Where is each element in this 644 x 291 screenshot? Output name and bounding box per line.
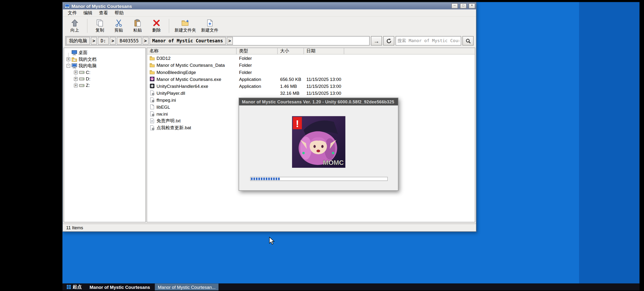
toolbar: 向上复制剪贴粘贴删除新建文件夹新建文件 (63, 17, 476, 35)
toolbar-new-file-button[interactable]: 新建文件 (198, 18, 221, 34)
file-type-cell: Folder (236, 70, 278, 75)
breadcrumb-segment-1[interactable]: D: (98, 37, 109, 45)
breadcrumb-segment-2[interactable]: B403555 (117, 37, 141, 45)
ini-icon (150, 97, 155, 102)
file-row[interactable]: UnityCrashHandler64.exeApplication1.46 M… (147, 83, 475, 89)
tree-item-label: 桌面 (78, 49, 88, 56)
tree-item-drive-d[interactable]: +D: (64, 75, 145, 82)
tree-expander[interactable]: + (66, 57, 70, 61)
breadcrumb-chevron[interactable]: > (110, 37, 116, 45)
txt-icon (150, 118, 155, 123)
tree-item-computer[interactable]: -我的电脑 (64, 62, 145, 69)
tree-item-drive-c[interactable]: +C: (64, 69, 145, 75)
drive-icon (79, 70, 84, 75)
search-box (396, 36, 461, 45)
breadcrumb-chevron[interactable]: > (227, 37, 233, 45)
file-row[interactable]: MonoBleedingEdgeFolder (147, 68, 475, 75)
file-row[interactable]: Manor of Mystic Courtesans_DataFolder (147, 61, 475, 68)
window-app-icon (64, 3, 70, 8)
menu-item-0[interactable]: 文件 (64, 10, 80, 16)
toolbar-button-label: 向上 (70, 27, 79, 33)
progress-segment (251, 178, 252, 180)
tree-item-label: D: (86, 76, 90, 81)
file-name-cell: Manor of Mystic Courtesans_Data (147, 62, 237, 68)
toolbar-cut-button[interactable]: 剪贴 (109, 18, 128, 34)
tree-item-label: Z: (86, 83, 90, 88)
tree-expander[interactable]: - (66, 64, 70, 67)
minimize-button[interactable]: ─ (452, 3, 458, 8)
dll-icon (150, 90, 155, 95)
file-list-header: 名称类型大小日期 (147, 48, 475, 54)
progress-segment (276, 178, 277, 180)
progress-segment (268, 178, 270, 180)
taskbar-item-1[interactable]: Manor of Mystic Courtesans (87, 284, 153, 291)
file-row[interactable]: UnityPlayer.dll32.16 MB11/15/2025 13:00 (147, 89, 475, 96)
file-name: UnityPlayer.dll (156, 90, 185, 95)
progress-segment (273, 178, 275, 180)
taskbar: 起点Manor of Mystic CourtesansManor of Mys… (62, 284, 640, 291)
menu-item-1[interactable]: 编辑 (80, 10, 96, 16)
menu-item-2[interactable]: 查看 (96, 10, 111, 16)
breadcrumb-chevron[interactable]: > (91, 37, 97, 45)
file-type-cell: Application (236, 83, 278, 88)
file-row[interactable]: D3D12Folder (147, 54, 475, 61)
search-button[interactable] (462, 36, 474, 45)
column-header-0[interactable]: 名称 (147, 48, 237, 54)
file-name: MonoBleedingEdge (156, 70, 196, 75)
copy-icon (96, 19, 104, 27)
refresh-icon (386, 38, 392, 44)
progress-segment (254, 178, 255, 180)
address-bar: 我的电脑>D:>B403555>Manor of Mystic Courtesa… (63, 35, 476, 47)
status-text: 11 Items (66, 225, 83, 230)
toolbar-button-label: 复制 (96, 27, 104, 33)
tree-item-desktop[interactable]: 桌面 (64, 49, 145, 56)
column-header-3[interactable]: 日期 (304, 48, 344, 54)
tree-expander[interactable]: + (74, 70, 78, 74)
toolbar-button-label: 删除 (152, 27, 161, 33)
toolbar-copy-button[interactable]: 复制 (90, 18, 109, 34)
menu-item-3[interactable]: 帮助 (112, 10, 127, 16)
splash-titlebar[interactable]: Manor of Mystic Courtesans Ver. 1.20 - U… (239, 98, 398, 106)
file-name: UnityCrashHandler64.exe (156, 83, 208, 88)
toolbar-new-folder-button[interactable]: 新建文件夹 (172, 18, 198, 34)
tree-expander[interactable]: + (74, 77, 78, 80)
taskbar-item-0[interactable]: 起点 (64, 284, 84, 291)
toolbar-paste-button[interactable]: 粘贴 (128, 18, 147, 34)
breadcrumb-segment-0[interactable]: 我的电脑 (66, 37, 90, 45)
search-input[interactable] (398, 38, 459, 43)
breadcrumb-segment-3[interactable]: Manor of Mystic Courtesans (149, 37, 226, 45)
window-titlebar[interactable]: Manor of Mystic Courtesans ─ □ × (63, 2, 476, 9)
header-filler (344, 48, 475, 54)
column-header-1[interactable]: 类型 (236, 48, 278, 54)
tree-expander[interactable]: + (74, 83, 78, 87)
file-name-cell: libEGL (147, 104, 237, 109)
refresh-button[interactable] (383, 36, 394, 45)
toolbar-up-button[interactable]: 向上 (66, 18, 84, 34)
tree-item-drive-z[interactable]: +Z: (64, 82, 145, 88)
file-row[interactable]: Manor of Mystic Courtesans.exeApplicatio… (147, 75, 475, 82)
column-header-2[interactable]: 大小 (278, 48, 304, 54)
start-tiles-icon (66, 285, 71, 289)
file-name: ffmpeg.ini (156, 97, 176, 102)
splash-dialog: Manor of Mystic Courtesans Ver. 1.20 - U… (238, 98, 398, 191)
maximize-button[interactable]: □ (460, 3, 466, 8)
mouse-cursor (269, 237, 275, 245)
delete-icon (152, 19, 160, 27)
go-button[interactable]: → (371, 36, 382, 45)
file-size-cell: 1.46 MB (278, 83, 304, 88)
progress-segment (258, 178, 260, 180)
toolbar-button-label: 剪贴 (114, 27, 123, 33)
breadcrumb-chevron[interactable]: > (142, 37, 148, 45)
desktop-icon (72, 50, 77, 55)
file-icon (150, 104, 155, 109)
toolbar-delete-button[interactable]: 删除 (147, 18, 166, 34)
close-button[interactable]: × (468, 3, 475, 8)
toolbar-button-label: 粘贴 (133, 27, 142, 33)
ini-icon (150, 111, 155, 117)
drive-icon (79, 76, 84, 81)
tree-item-documents[interactable]: +我的文档 (64, 56, 145, 62)
file-name: nw.ini (156, 111, 168, 116)
tree-item-label: 我的文档 (78, 56, 96, 62)
computer-icon (72, 63, 77, 68)
taskbar-item-2[interactable]: Manor of Mystic Courtesan... (155, 284, 218, 291)
